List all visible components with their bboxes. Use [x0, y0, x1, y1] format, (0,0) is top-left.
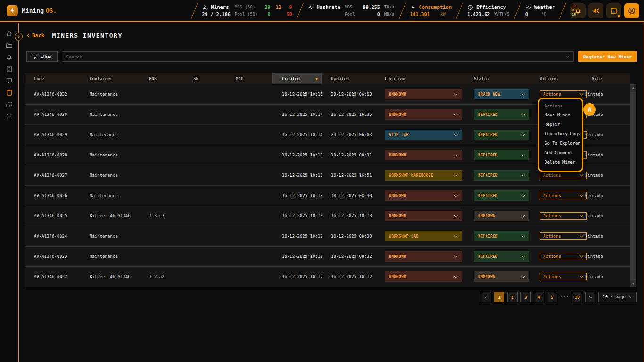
- status-select[interactable]: REPAIRED: [474, 190, 529, 201]
- location-select[interactable]: UNKNOWN: [385, 150, 462, 160]
- menu-item-delete-miner[interactable]: Delete Miner: [539, 157, 582, 167]
- chevron-down-icon: [454, 154, 458, 156]
- menu-item-move-miner[interactable]: Move Miner: [539, 110, 582, 120]
- clipboard-button[interactable]: [606, 3, 621, 18]
- notification-dot: [618, 15, 620, 17]
- actions-select[interactable]: Actions: [540, 172, 587, 179]
- col-header-created[interactable]: Created▼: [272, 73, 322, 84]
- cell-site: Pintado: [582, 234, 630, 239]
- status-select[interactable]: REPAIRED: [474, 251, 529, 262]
- cell-site: Pintado: [582, 132, 630, 137]
- location-select[interactable]: WORKSHOP WAREHOUSE: [385, 170, 462, 181]
- col-header-code[interactable]: Code: [25, 73, 80, 84]
- location-select[interactable]: UNKNOWN: [385, 211, 462, 221]
- prev-page-button[interactable]: <: [481, 292, 491, 302]
- chevron-down-icon: [454, 93, 458, 96]
- actions-select[interactable]: Actions: [540, 253, 587, 260]
- weather-value: 0: [525, 12, 537, 17]
- actions-select[interactable]: Actions: [540, 90, 587, 98]
- actions-select[interactable]: Actions: [540, 192, 587, 199]
- location-select[interactable]: UNKNOWN: [385, 251, 462, 262]
- sidebar-item-gear[interactable]: [3, 112, 16, 120]
- cell-pos: 1-2_a2: [140, 274, 184, 279]
- location-select[interactable]: SITE LAB: [385, 130, 462, 140]
- page-button-3[interactable]: 3: [520, 292, 531, 302]
- actions-select[interactable]: Actions: [540, 212, 587, 220]
- cell-site: Pintado: [582, 274, 630, 279]
- col-header-status[interactable]: Status: [464, 73, 530, 84]
- status-select-label: REPAIRED: [478, 133, 498, 137]
- location-select[interactable]: UNKNOWN: [385, 109, 462, 120]
- sidebar-item-folder[interactable]: [3, 41, 16, 49]
- chevron-down-icon: [521, 154, 525, 156]
- sidebar-item-assets[interactable]: [3, 100, 16, 108]
- chevron-down-icon: [521, 134, 525, 136]
- back-button[interactable]: Back: [27, 33, 45, 39]
- speaker-button[interactable]: [588, 3, 603, 18]
- status-select[interactable]: UNKNOWN: [474, 272, 529, 282]
- status-select[interactable]: REPAIRED: [474, 170, 529, 181]
- status-select[interactable]: REPAIRED: [474, 150, 529, 160]
- col-header-actions[interactable]: Actions: [530, 73, 582, 84]
- scroll-down-icon[interactable]: ▼: [630, 280, 636, 287]
- page-button-1[interactable]: 1: [494, 292, 504, 302]
- col-header-updated[interactable]: Updated: [322, 73, 375, 84]
- page-button-4[interactable]: 4: [534, 292, 544, 302]
- col-header-pos[interactable]: POS: [140, 73, 184, 84]
- menu-item-add-comment[interactable]: Add Comment: [539, 148, 582, 157]
- col-header-container[interactable]: Container: [80, 73, 140, 84]
- cell-container: Maintenance: [80, 234, 140, 239]
- cell-code: AV-A1346-0024: [25, 234, 80, 239]
- next-page-button[interactable]: >: [585, 292, 595, 302]
- col-header-site[interactable]: Site: [582, 73, 630, 84]
- col-header-sn[interactable]: SN: [184, 73, 226, 84]
- sidebar-item-bell[interactable]: [3, 53, 16, 61]
- status-select[interactable]: UNKNOWN: [474, 211, 529, 221]
- menu-item-inventory-logs[interactable]: Inventory Logs: [539, 129, 582, 139]
- cell-code: AV-A1346-0023: [25, 254, 80, 259]
- sidebar-item-clipboard[interactable]: [3, 89, 16, 96]
- scrollbar-thumb[interactable]: [630, 92, 636, 280]
- page-button-2[interactable]: 2: [507, 292, 518, 302]
- user-button[interactable]: [624, 3, 639, 18]
- chevron-down-icon: [629, 296, 633, 298]
- location-select-label: WORKSHOP WAREHOUSE: [389, 173, 433, 178]
- bell-icon: [6, 54, 13, 61]
- location-select[interactable]: UNKNOWN: [385, 272, 462, 282]
- location-select-label: UNKNOWN: [389, 113, 406, 117]
- status-select[interactable]: REPAIRED: [474, 109, 529, 120]
- table-scrollbar[interactable]: ▲ ▼: [630, 84, 636, 287]
- status-select[interactable]: REPAIRED: [474, 130, 529, 140]
- sidebar-item-document[interactable]: [3, 65, 16, 73]
- menu-item-go-to-explorer[interactable]: Go To Explorer: [539, 139, 582, 148]
- col-header-location[interactable]: Location: [375, 73, 464, 84]
- actions-select[interactable]: Actions: [540, 232, 587, 240]
- miners-mos-label: MOS (50): [235, 5, 258, 9]
- sidebar-expand-toggle[interactable]: [15, 33, 23, 41]
- hashrate-mos-value: 99.255: [359, 5, 380, 10]
- col-header-mac[interactable]: MAC: [226, 73, 272, 84]
- sidebar-item-home[interactable]: [3, 30, 16, 37]
- efficiency-stat: Efficiency 1,423.62 W/TH/S: [462, 4, 515, 18]
- search-input[interactable]: [66, 54, 565, 59]
- location-select[interactable]: UNKNOWN: [385, 89, 462, 99]
- scroll-up-icon[interactable]: ▲: [630, 84, 636, 91]
- status-select[interactable]: REPAIRED: [474, 231, 529, 241]
- filter-button[interactable]: Filter: [26, 51, 58, 62]
- pagination-ellipsis: •••: [560, 295, 569, 299]
- chevron-down-icon: [454, 215, 458, 217]
- menu-item-repair[interactable]: Repair: [539, 120, 582, 129]
- status-select-label: REPAIRED: [478, 234, 498, 239]
- location-select[interactable]: UNKNOWN: [385, 190, 462, 201]
- sidebar-item-chat[interactable]: [3, 77, 16, 84]
- page-button-5[interactable]: 5: [547, 292, 557, 302]
- bell-button[interactable]: 12029: [570, 3, 586, 18]
- weather-label: Weather: [534, 4, 555, 10]
- actions-select[interactable]: Actions: [540, 273, 587, 280]
- location-select[interactable]: WORKSHOP LAB: [385, 231, 462, 241]
- sidebar-nav: [0, 23, 19, 362]
- page-size-select[interactable]: 10 / page: [598, 292, 637, 302]
- status-select[interactable]: BRAND NEW: [474, 89, 529, 99]
- register-new-miner-button[interactable]: Register New Miner: [578, 51, 637, 62]
- last-page-button[interactable]: 10: [572, 292, 582, 302]
